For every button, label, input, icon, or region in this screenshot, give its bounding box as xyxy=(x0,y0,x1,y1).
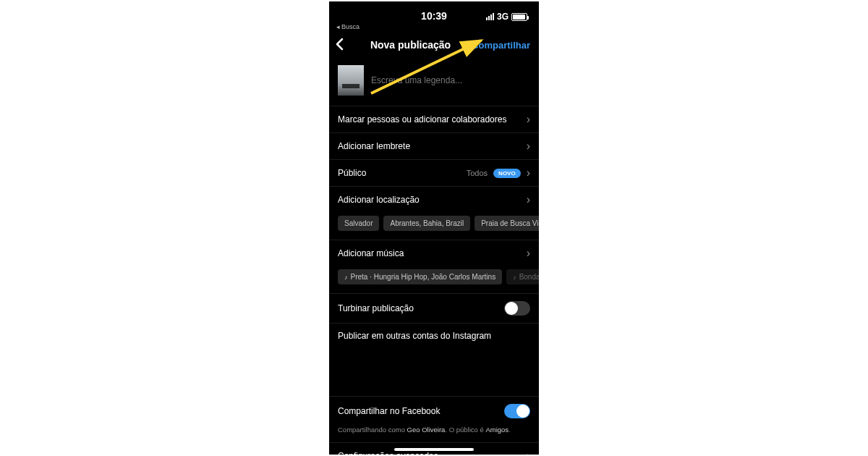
status-time: 10:39 xyxy=(403,10,465,22)
fb-sub-mid: . O público é xyxy=(445,426,485,434)
chevron-right-icon: › xyxy=(527,248,530,259)
facebook-subtext: Compartilhando como Geo Oliveira. O públ… xyxy=(329,426,539,443)
row-share-facebook: Compartilhar no Facebook xyxy=(329,396,539,426)
battery-icon xyxy=(511,13,527,21)
row-audience-label: Público xyxy=(338,168,366,178)
chevron-left-icon xyxy=(335,38,344,51)
fb-sub-pre: Compartilhando como xyxy=(338,426,407,434)
fb-sub-post: . xyxy=(509,426,511,434)
music-note-icon: ♪ xyxy=(513,274,516,281)
location-chip-label: Salvador xyxy=(344,219,373,227)
row-add-location[interactable]: Adicionar localização › xyxy=(329,186,539,213)
fb-sub-aud: Amigos xyxy=(485,426,509,434)
row-other-accounts: Publicar em outras contas do Instagram xyxy=(329,323,539,345)
row-add-music[interactable]: Adicionar música › xyxy=(329,240,539,266)
row-add-music-label: Adicionar música xyxy=(338,248,404,258)
row-boost-label: Turbinar publicação xyxy=(338,303,414,313)
caption-row xyxy=(329,59,539,106)
page-title: Nova publicação xyxy=(370,39,451,51)
row-audience[interactable]: Público Todos NOVO › xyxy=(329,159,539,186)
row-advanced-label: Configurações avançadas xyxy=(338,451,438,455)
nav-header: Nova publicação Compartilhar xyxy=(329,30,539,59)
fb-sub-name: Geo Oliveira xyxy=(407,426,446,434)
row-add-reminder[interactable]: Adicionar lembrete › xyxy=(329,132,539,159)
chevron-right-icon: › xyxy=(527,140,530,152)
chevron-right-icon: › xyxy=(527,167,530,179)
status-bar: 10:39 3G xyxy=(329,1,539,22)
location-chip[interactable]: Praia de Busca Vida xyxy=(475,216,539,231)
music-chip[interactable]: ♪ Bondade de... xyxy=(506,269,539,284)
row-boost-post: Turbinar publicação xyxy=(329,294,539,323)
back-caret-icon: ◂ xyxy=(336,23,340,30)
signal-icon xyxy=(486,13,494,20)
row-tag-people-label: Marcar pessoas ou adicionar colaboradore… xyxy=(338,114,506,124)
location-chip[interactable]: Abrantes, Bahia, Brazil xyxy=(383,216,470,231)
location-chip-label: Abrantes, Bahia, Brazil xyxy=(390,219,464,227)
chevron-right-icon: › xyxy=(527,450,530,455)
home-indicator xyxy=(394,448,474,451)
share-button[interactable]: Compartilhar xyxy=(472,40,530,51)
facebook-toggle[interactable] xyxy=(504,404,530,418)
row-tag-people[interactable]: Marcar pessoas ou adicionar colaboradore… xyxy=(329,106,539,132)
new-badge: NOVO xyxy=(493,169,521,178)
music-note-icon: ♪ xyxy=(344,274,348,281)
back-to-app-label: Busca xyxy=(341,23,359,30)
caption-input[interactable] xyxy=(371,65,530,96)
row-share-facebook-label: Compartilhar no Facebook xyxy=(338,406,440,416)
chevron-right-icon: › xyxy=(527,114,530,125)
network-label: 3G xyxy=(497,12,509,22)
audience-value: Todos xyxy=(467,169,488,177)
back-to-app[interactable]: ◂ Busca xyxy=(329,23,539,30)
row-add-reminder-label: Adicionar lembrete xyxy=(338,141,410,151)
boost-toggle[interactable] xyxy=(504,301,530,316)
row-other-accounts-label: Publicar em outras contas do Instagram xyxy=(338,331,491,341)
phone-frame: 10:39 3G ◂ Busca Nova publicação Compart… xyxy=(329,1,539,455)
music-chip[interactable]: ♪ Preta · Hungria Hip Hop, João Carlos M… xyxy=(338,269,502,284)
row-add-location-label: Adicionar localização xyxy=(338,195,420,205)
other-accounts-spacer xyxy=(329,345,539,396)
music-suggestions: ♪ Preta · Hungria Hip Hop, João Carlos M… xyxy=(329,266,539,294)
back-button[interactable] xyxy=(335,38,349,53)
music-chip-label: Bondade de... xyxy=(519,273,539,281)
location-suggestions: Salvador Abrantes, Bahia, Brazil Praia d… xyxy=(329,213,539,240)
chevron-right-icon: › xyxy=(527,194,530,206)
location-chip[interactable]: Salvador xyxy=(338,216,379,231)
music-chip-label: Preta · Hungria Hip Hop, João Carlos Mar… xyxy=(351,273,496,281)
post-thumbnail[interactable] xyxy=(338,65,364,96)
location-chip-label: Praia de Busca Vida xyxy=(481,219,539,227)
